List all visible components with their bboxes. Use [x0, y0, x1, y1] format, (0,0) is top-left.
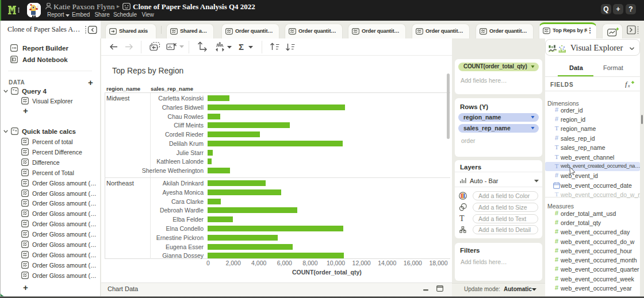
svg-text:x: x: [627, 83, 630, 88]
